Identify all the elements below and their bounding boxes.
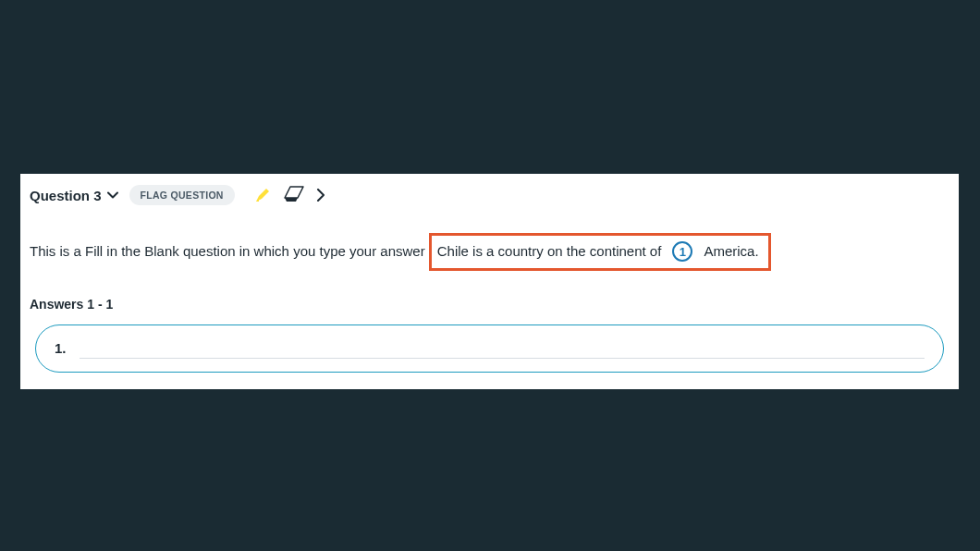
chevron-down-icon — [107, 190, 118, 201]
prompt-line: This is a Fill in the Blank question in … — [30, 233, 771, 271]
answer-input[interactable] — [80, 338, 925, 359]
question-number-label: Question 3 — [30, 188, 102, 203]
sentence-before-blank: Chile is a country on the continent of — [437, 241, 662, 263]
toolbar — [253, 185, 325, 205]
svg-marker-2 — [285, 187, 303, 198]
answers-section-label: Answers 1 - 1 — [30, 297, 951, 312]
answer-field[interactable]: 1. — [35, 324, 944, 373]
callout-highlight: Chile is a country on the continent of 1… — [429, 233, 771, 271]
question-body: This is a Fill in the Blank question in … — [28, 233, 951, 271]
instruction-text: This is a Fill in the Blank question in … — [30, 241, 425, 263]
svg-marker-3 — [285, 198, 298, 202]
chevron-right-icon[interactable] — [316, 189, 325, 202]
question-card: Question 3 FLAG QUESTION — [20, 174, 959, 389]
eraser-tool[interactable] — [283, 185, 305, 205]
blank-marker: 1 — [672, 241, 692, 262]
highlighter-tool[interactable] — [253, 186, 272, 204]
question-title-toggle[interactable]: Question 3 — [30, 188, 118, 203]
answer-item-number: 1. — [55, 340, 67, 356]
flag-question-button[interactable]: FLAG QUESTION — [129, 185, 235, 205]
sentence-after-blank: America. — [704, 241, 758, 263]
highlighter-icon — [253, 186, 272, 204]
question-header: Question 3 FLAG QUESTION — [28, 185, 951, 205]
eraser-icon — [283, 185, 305, 205]
